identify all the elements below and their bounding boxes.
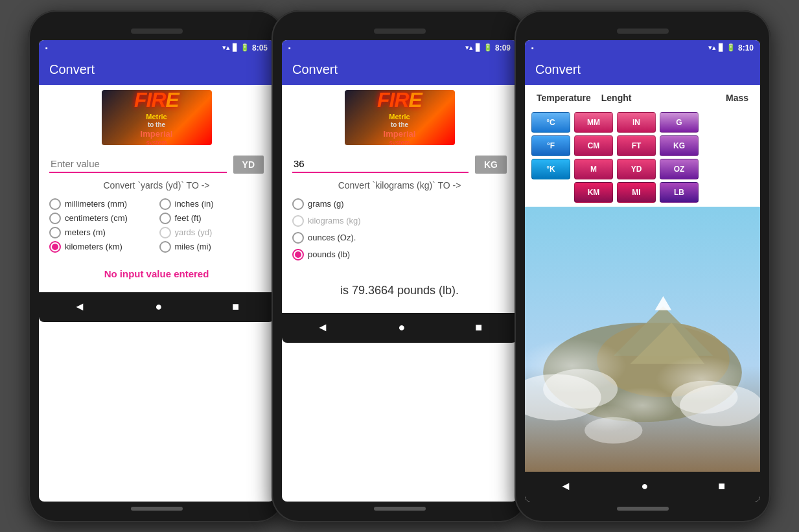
phone-1-radio-mm-label: millimeters (mm) <box>65 199 127 209</box>
phone-2-speaker <box>374 29 426 34</box>
phone-1: ▪ ▾▴ ▊ 🔋 8:05 Convert FIRE Metric to the <box>29 10 284 522</box>
phone-3-app-title: Convert <box>535 62 581 76</box>
phone-3-key-fahrenheit[interactable]: °F <box>531 135 570 156</box>
phone-2-status-sim: ▪ <box>288 44 291 52</box>
phone-1-radio-mi-label: miles (mi) <box>175 242 211 251</box>
phone-3-map <box>525 207 760 472</box>
phone-1-radio-mi-circle <box>159 241 171 253</box>
phone-1-value-input[interactable] <box>49 156 227 173</box>
phone-1-radio-km-label: kilometers (km) <box>65 242 122 251</box>
phone-3-map-clouds <box>525 207 760 472</box>
phone-1-banner-fire: FIRE <box>134 90 179 113</box>
phone-1-speaker <box>131 29 183 34</box>
phone-3-back-button[interactable]: ◄ <box>560 480 572 493</box>
phone-2-radio-kg-circle <box>292 215 304 227</box>
phone-1-radio-mi[interactable]: miles (mi) <box>159 241 264 253</box>
phone-1-banner-imperial: Imperial <box>134 129 179 139</box>
phone-1-status-sim: ▪ <box>45 44 48 52</box>
phone-2-signal-icon: ▊ <box>476 43 481 52</box>
phone-3-key-mi[interactable]: MI <box>617 182 656 203</box>
phone-2-radio-g[interactable]: grams (g) <box>292 198 507 210</box>
phone-1-radio-km[interactable]: kilometers (km) <box>49 241 154 253</box>
phone-2-radio-oz[interactable]: ounces (Oz). <box>292 232 507 244</box>
phone-2-unit-badge: KG <box>475 156 507 174</box>
phone-2-radio-g-label: grams (g) <box>308 199 344 209</box>
phone-2-metric-label: Metric <box>389 113 410 121</box>
phone-3-key-g[interactable]: G <box>660 112 699 133</box>
phone-3-indicator <box>617 507 669 511</box>
phone-1-radio-in-circle <box>159 198 171 210</box>
phone-1-app-title: Convert <box>49 62 95 76</box>
phone-1-banner: FIRE Metric to the Imperial system <box>102 90 212 145</box>
phone-2-back-button[interactable]: ◄ <box>317 321 329 334</box>
phone-3-key-km[interactable]: KM <box>574 182 613 203</box>
phone-2-battery-icon: 🔋 <box>483 43 492 52</box>
phone-1-radio-cm-label: centimeters (cm) <box>65 213 128 223</box>
phone-1-radio-m-label: meters (m) <box>65 227 106 237</box>
phone-1-radio-cm[interactable]: centimeters (cm) <box>49 213 154 224</box>
phone-1-radio-ft[interactable]: feet (ft) <box>159 213 264 224</box>
phone-3-home-button[interactable]: ● <box>642 480 649 493</box>
phone-1-banner-to: to the <box>134 121 179 129</box>
phone-2-value-input[interactable] <box>292 156 469 173</box>
phone-1-radio-km-circle <box>49 241 61 253</box>
phone-1-home-button[interactable]: ● <box>156 300 163 314</box>
phone-3: ▪ ▾▴ ▊ 🔋 8:10 Convert Temperature Lenght… <box>515 10 770 522</box>
phone-3-screen: ▪ ▾▴ ▊ 🔋 8:10 Convert Temperature Lenght… <box>525 40 760 502</box>
phone-2-convert-label: Convert `kilograms (kg)` TO -> <box>282 179 517 196</box>
phone-3-top-bar: Convert <box>525 56 760 85</box>
phone-1-radio-mm[interactable]: millimeters (mm) <box>49 198 154 210</box>
phone-3-signal-icon: ▊ <box>719 43 724 52</box>
phone-3-mass-keys: G KG OZ LB <box>660 112 699 203</box>
phone-2-banner-to: to the <box>377 121 422 129</box>
phone-3-key-mm[interactable]: MM <box>574 112 613 133</box>
phone-3-key-cm[interactable]: CM <box>574 135 613 156</box>
phone-1-recents-button[interactable]: ■ <box>232 300 239 314</box>
phone-3-key-yd[interactable]: YD <box>617 159 656 179</box>
phone-1-radio-in[interactable]: inches (in) <box>159 198 264 210</box>
phone-1-signal-icon: ▊ <box>233 43 238 52</box>
phone-1-convert-label: Convert `yards (yd)` TO -> <box>39 179 274 196</box>
phone-3-notch <box>525 22 760 40</box>
phone-3-tab-length[interactable]: Lenght <box>596 90 637 106</box>
phone-2-home-button[interactable]: ● <box>399 321 406 334</box>
phone-1-radio-ft-circle <box>159 213 171 224</box>
phone-3-key-ft[interactable]: FT <box>617 135 656 156</box>
phone-3-key-lb[interactable]: LB <box>660 182 699 203</box>
phone-3-key-m[interactable]: M <box>574 159 613 179</box>
phone-3-key-kelvin[interactable]: °K <box>531 159 570 179</box>
phone-2-radio-list: grams (g) kilograms (kg) ounces (Oz). po… <box>282 196 517 268</box>
phone-2-input-row: KG <box>282 150 517 179</box>
phone-1-bottom-nav: ◄ ● ■ <box>39 292 274 322</box>
phone-1-error-text: No input value entered <box>39 255 274 292</box>
phone-1-bottom-bar <box>39 507 274 511</box>
phone-3-key-kg[interactable]: KG <box>660 135 699 156</box>
phone-2-status-bar: ▪ ▾▴ ▊ 🔋 8:09 <box>282 40 517 56</box>
phone-2-recents-button[interactable]: ■ <box>475 321 482 334</box>
phone-1-banner-metric: Metric <box>134 113 179 121</box>
phone-2-radio-lb[interactable]: pounds (lb) <box>292 249 507 260</box>
phone-3-keys-section: °C °F °K MM CM M KM IN FT YD MI <box>525 108 760 207</box>
phone-2-banner-imperial: Imperial <box>377 129 422 139</box>
phone-3-length-keys-2: IN FT YD MI <box>617 112 656 203</box>
phone-2-banner-system: system <box>377 139 422 145</box>
phone-1-input-row: YD <box>39 150 274 179</box>
phone-2-app-title: Convert <box>292 62 338 76</box>
phone-3-key-oz[interactable]: OZ <box>660 159 699 179</box>
phone-2-notch <box>282 22 517 40</box>
phone-2-screen: ▪ ▾▴ ▊ 🔋 8:09 Convert FIRE Metric to the <box>282 40 517 502</box>
phone-3-key-celsius[interactable]: °C <box>531 112 570 133</box>
phone-2-result-text: is 79.3664 pounds (lb). <box>282 268 517 313</box>
phone-3-bottom-bar <box>525 507 760 511</box>
phone-1-radio-cm-circle <box>49 213 61 224</box>
phone-2-radio-kg-label: kilograms (kg) <box>308 216 361 226</box>
phone-3-key-in[interactable]: IN <box>617 112 656 133</box>
phone-2-radio-lb-label: pounds (lb) <box>308 249 350 259</box>
phone-3-recents-button[interactable]: ■ <box>718 480 725 493</box>
phone-3-tab-temperature[interactable]: Temperature <box>531 90 596 106</box>
phone-3-tab-mass[interactable]: Mass <box>721 90 754 106</box>
phone-1-radio-m[interactable]: meters (m) <box>49 227 154 238</box>
phone-1-back-button[interactable]: ◄ <box>74 300 86 314</box>
phone-1-radio-grid: millimeters (mm) inches (in) centimeters… <box>39 196 274 255</box>
phone-1-radio-yd: yards (yd) <box>159 227 264 238</box>
